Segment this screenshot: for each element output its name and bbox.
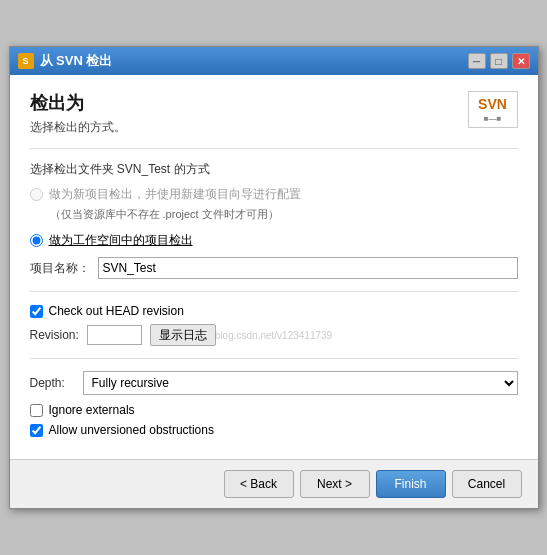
page-subtitle: 选择检出的方式。 — [30, 119, 126, 136]
svn-logo: SVN ■—■ — [468, 91, 518, 128]
allow-unversioned-row: Allow unversioned obstructions — [30, 423, 518, 437]
cancel-button[interactable]: Cancel — [452, 470, 522, 498]
next-button[interactable]: Next > — [300, 470, 370, 498]
back-button[interactable]: < Back — [224, 470, 294, 498]
divider-depth — [30, 358, 518, 359]
revision-label: Revision: — [30, 328, 79, 342]
minimize-button[interactable]: ─ — [468, 53, 486, 69]
window-icon: S — [18, 53, 34, 69]
section-title: 选择检出文件夹 SVN_Test 的方式 — [30, 161, 518, 178]
project-name-label: 项目名称： — [30, 260, 90, 277]
svn-logo-text: SVN — [475, 96, 511, 112]
titlebar-left: S 从 SVN 检出 — [18, 52, 113, 70]
titlebar-controls[interactable]: ─ □ ✕ — [468, 53, 530, 69]
radio-option-2-label: 做为工作空间中的项目检出 — [49, 232, 193, 249]
divider-top — [30, 148, 518, 149]
radio-option-2-input[interactable] — [30, 234, 43, 247]
radio-option-2[interactable]: 做为工作空间中的项目检出 — [30, 232, 518, 249]
allow-unversioned-label: Allow unversioned obstructions — [49, 423, 214, 437]
ignore-externals-checkbox[interactable] — [30, 404, 43, 417]
page-title: 检出为 — [30, 91, 126, 115]
project-name-input[interactable] — [98, 257, 518, 279]
head-revision-checkbox[interactable] — [30, 305, 43, 318]
ignore-externals-row: Ignore externals — [30, 403, 518, 417]
header-row: 检出为 选择检出的方式。 SVN ■—■ — [30, 91, 518, 136]
depth-select[interactable]: Fully recursive Immediate children Only … — [83, 371, 518, 395]
head-revision-row: Check out HEAD revision — [30, 304, 518, 318]
radio-option-1-label: 做为新项目检出，并使用新建项目向导进行配置 — [49, 186, 301, 203]
finish-button[interactable]: Finish — [376, 470, 446, 498]
option1-note: （仅当资源库中不存在 .project 文件时才可用） — [50, 207, 518, 222]
radio-option-1-input[interactable] — [30, 188, 43, 201]
radio-option-1[interactable]: 做为新项目检出，并使用新建项目向导进行配置 — [30, 186, 518, 203]
main-content: 检出为 选择检出的方式。 SVN ■—■ 选择检出文件夹 SVN_Test 的方… — [10, 75, 538, 459]
main-window: S 从 SVN 检出 ─ □ ✕ 检出为 选择检出的方式。 SVN ■—■ 选择… — [9, 46, 539, 509]
header-text: 检出为 选择检出的方式。 — [30, 91, 126, 136]
head-revision-label: Check out HEAD revision — [49, 304, 184, 318]
radio-group: 做为新项目检出，并使用新建项目向导进行配置 （仅当资源库中不存在 .projec… — [30, 186, 518, 249]
maximize-button[interactable]: □ — [490, 53, 508, 69]
depth-row: Depth: Fully recursive Immediate childre… — [30, 371, 518, 395]
close-button[interactable]: ✕ — [512, 53, 530, 69]
ignore-externals-label: Ignore externals — [49, 403, 135, 417]
watermark: blog.csdn.net/v123411739 — [215, 330, 332, 341]
project-name-row: 项目名称： — [30, 257, 518, 279]
svn-logo-sub: ■—■ — [475, 114, 511, 123]
window-title: 从 SVN 检出 — [40, 52, 113, 70]
divider-mid — [30, 291, 518, 292]
revision-input[interactable] — [87, 325, 142, 345]
show-log-button[interactable]: 显示日志 — [150, 324, 216, 346]
titlebar: S 从 SVN 检出 ─ □ ✕ — [10, 47, 538, 75]
depth-label: Depth: — [30, 376, 75, 390]
bottom-bar: < Back Next > Finish Cancel — [10, 459, 538, 508]
allow-unversioned-checkbox[interactable] — [30, 424, 43, 437]
revision-row: Revision: 显示日志 blog.csdn.net/v123411739 — [30, 324, 518, 346]
